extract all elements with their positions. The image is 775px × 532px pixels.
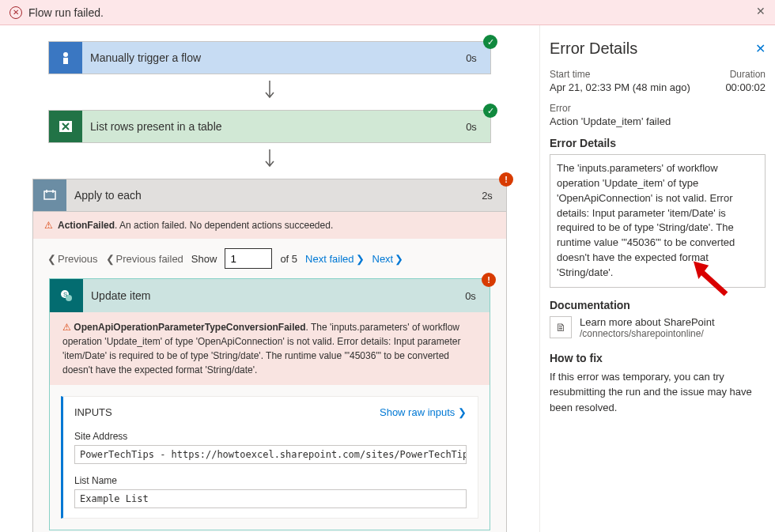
error-icon: ✕ [9, 6, 22, 19]
inputs-heading: INPUTS [74, 406, 112, 418]
excel-icon [49, 111, 82, 142]
update-item-header[interactable]: S Update item 0s [50, 279, 490, 312]
list-name-label: List Name [74, 475, 467, 486]
trigger-icon [49, 42, 82, 74]
how-to-fix-heading: How to fix [550, 352, 766, 364]
apply-to-each-body: ⚠ ActionFailed. An action failed. No dep… [32, 212, 507, 532]
error-details-panel: Error Details ✕ Start time Apr 21, 02:33… [539, 25, 775, 532]
next-button[interactable]: Next ❯ [372, 253, 404, 265]
page-input[interactable] [225, 248, 272, 269]
doc-icon: 🗎 [550, 316, 572, 338]
error-label: Error [550, 103, 766, 114]
error-text: . An action failed. No dependent actions… [115, 220, 333, 231]
close-panel-icon[interactable]: ✕ [755, 41, 766, 56]
how-to-fix-text: If this error was temporary, you can try… [550, 369, 766, 416]
prev-failed-button[interactable]: ❮ Previous failed [106, 253, 183, 265]
step-title: Manually trigger a flow [82, 42, 452, 74]
start-time-label: Start time [550, 69, 690, 80]
error-title: ActionFailed [58, 220, 115, 231]
error-badge-icon: ! [482, 273, 496, 287]
flow-canvas: Manually trigger a flow 0s ✓ List rows p… [0, 25, 539, 532]
arrow-icon [0, 79, 539, 105]
start-time-value: Apr 21, 02:33 PM (48 min ago) [550, 81, 690, 93]
step-excel[interactable]: List rows present in a table 0s [48, 110, 491, 143]
of-label: of 5 [280, 253, 297, 265]
svg-rect-2 [44, 191, 55, 199]
doc-link[interactable]: Learn more about SharePoint [580, 316, 715, 328]
inputs-panel: INPUTS Show raw inputs ❯ Site Address Po… [61, 396, 478, 519]
site-address-value[interactable]: PowerTechTips - https://howtoexcel.share… [74, 445, 467, 464]
sharepoint-icon: S [50, 279, 83, 312]
success-badge-icon: ✓ [483, 35, 497, 49]
error-details-box[interactable]: The 'inputs.parameters' of workflow oper… [550, 154, 766, 288]
step-apply-to-each[interactable]: Apply to each 2s [32, 179, 507, 212]
banner-text: Flow run failed. [28, 6, 104, 19]
step-title: List rows present in a table [82, 111, 452, 142]
duration-label: Duration [725, 69, 766, 80]
site-address-label: Site Address [74, 431, 467, 442]
show-raw-inputs-link[interactable]: Show raw inputs ❯ [380, 406, 467, 418]
svg-point-0 [63, 52, 68, 57]
show-label: Show [191, 253, 217, 265]
warning-icon: ⚠ [62, 322, 71, 333]
step-trigger[interactable]: Manually trigger a flow 0s [48, 41, 491, 74]
conversion-error-strip: ⚠ OpenApiOperationParameterTypeConversio… [50, 312, 490, 385]
error-details-heading: Error Details [550, 137, 766, 149]
warning-icon: ⚠ [44, 220, 53, 231]
panel-title: Error Details ✕ [550, 40, 766, 58]
success-badge-icon: ✓ [483, 104, 497, 118]
next-failed-button[interactable]: Next failed ❯ [305, 253, 364, 265]
pagination-row: ❮ Previous ❮ Previous failed Show of 5 N… [33, 239, 506, 278]
error-banner: ✕ Flow run failed. ✕ [0, 0, 775, 25]
step-title: Update item [83, 279, 452, 312]
doc-path: /connectors/sharepointonline/ [580, 328, 715, 339]
documentation-heading: Documentation [550, 299, 766, 311]
error-value: Action 'Update_item' failed [550, 115, 766, 127]
loop-icon [33, 179, 66, 211]
action-failed-strip: ⚠ ActionFailed. An action failed. No dep… [33, 212, 506, 239]
error-badge-icon: ! [499, 172, 513, 187]
prev-button[interactable]: ❮ Previous [47, 253, 98, 265]
error-title: OpenApiOperationParameterTypeConversionF… [74, 322, 305, 333]
pointer-annotation-icon [690, 258, 730, 298]
step-title: Apply to each [66, 179, 468, 211]
step-update-item: S Update item 0s ! ⚠ OpenApiOperationPar… [49, 278, 490, 530]
close-icon[interactable]: ✕ [756, 5, 766, 17]
duration-value: 00:00:02 [725, 81, 766, 93]
svg-text:S: S [63, 291, 67, 298]
arrow-icon [0, 148, 539, 174]
list-name-value[interactable]: Example List [74, 489, 467, 508]
